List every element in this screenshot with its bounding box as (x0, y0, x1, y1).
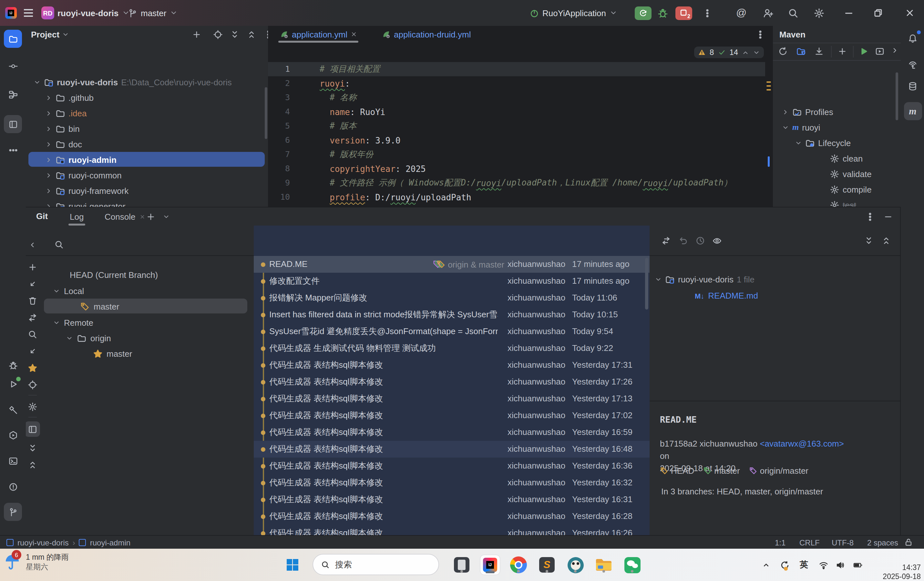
notifications-button[interactable] (904, 29, 922, 47)
maven-execute-goal-button[interactable] (875, 46, 884, 56)
structure-tool-button[interactable] (4, 85, 22, 103)
maven-goal-compile[interactable]: compile (830, 182, 872, 197)
project-tool-button[interactable] (4, 30, 22, 48)
tray-sync-icon[interactable] (777, 549, 792, 581)
commit-row[interactable]: 代码生成器 表结构sql脚本修改xichuanwushaoYesterday 1… (254, 391, 650, 407)
tray-clock[interactable]: 14:37 2025-09-18 (870, 549, 924, 581)
commit-row[interactable]: 代码生成器 表结构sql脚本修改xichuanwushaoYesterday 1… (254, 374, 650, 391)
window-restore-button[interactable] (873, 8, 883, 18)
taskbar-app-idea[interactable]: IJ (480, 555, 500, 574)
error-stripe[interactable] (765, 43, 772, 207)
revert-button[interactable] (679, 236, 688, 246)
tab-console[interactable]: Console (102, 207, 148, 225)
commit-row[interactable]: 代码生成器 表结构sql脚本修改xichuanwushaoYesterday 1… (254, 424, 650, 441)
window-minimize-button[interactable] (843, 7, 854, 18)
tray-show-hidden-icons[interactable] (759, 549, 772, 581)
maven-refresh-button[interactable] (778, 46, 788, 56)
settings-button[interactable] (813, 7, 825, 18)
rerun-button[interactable] (635, 6, 652, 20)
taskbar-app-media[interactable] (566, 555, 585, 574)
debug-tool-button[interactable] (4, 356, 22, 374)
search-branches-button[interactable] (26, 326, 40, 342)
maven-download-sources-button[interactable] (814, 46, 824, 56)
taskbar-app-files[interactable] (452, 555, 471, 574)
search-icon[interactable] (54, 240, 64, 250)
caret-position-widget[interactable]: 1:1 (775, 538, 785, 547)
branch-row-master-remote[interactable]: master (39, 346, 254, 361)
checkout-button[interactable] (26, 276, 40, 291)
code-with-me-button[interactable] (762, 7, 774, 18)
branch-settings-button[interactable] (26, 399, 40, 414)
navigate-to-current-button[interactable] (26, 377, 40, 392)
maven-run-button[interactable] (859, 46, 868, 56)
main-menu-button[interactable] (23, 0, 34, 26)
close-tab-icon[interactable] (351, 31, 357, 38)
build-tool-button[interactable] (4, 401, 22, 419)
window-close-button[interactable] (905, 8, 915, 18)
maven-scrollbar[interactable] (896, 72, 898, 120)
maven-goal-validate[interactable]: validate (830, 167, 872, 181)
locate-file-button[interactable] (213, 30, 223, 39)
expand-all-button[interactable] (26, 440, 40, 456)
weather-widget[interactable]: 6 1 mm 的降雨 星期六 (4, 553, 69, 572)
more-tool-windows-button[interactable] (4, 141, 22, 159)
readonly-lock-icon[interactable] (904, 538, 913, 547)
tree-item-doc[interactable]: doc (26, 136, 268, 152)
maven-lifecycle-row[interactable]: Lifecycle (795, 136, 851, 150)
commit-row[interactable]: 代码生成器 表结构sql脚本修改xichuanwushaoYesterday 1… (254, 407, 650, 424)
collapse-all-button[interactable] (247, 30, 256, 39)
history-button[interactable] (695, 236, 705, 246)
commit-row[interactable]: 代码生成器 表结构sql脚本修改xichuanwushaoYesterday 1… (254, 458, 650, 474)
branch-group-origin[interactable]: origin (39, 330, 254, 346)
expand-all-button[interactable] (864, 236, 874, 246)
branch-row-master-local[interactable]: master (39, 299, 254, 314)
tray-ime-indicator[interactable]: 英 (797, 549, 810, 581)
fetch-button[interactable] (26, 343, 40, 359)
tab-log[interactable]: Log (66, 207, 87, 225)
indent-widget[interactable]: 2 spaces (867, 538, 898, 547)
branch-row-head[interactable]: HEAD (Current Branch) (39, 267, 254, 282)
commit-row[interactable]: 代码生成器 生成测试代码 物料管理 测试成功xichuanwushaoToday… (254, 340, 650, 357)
taskbar-app-wechat[interactable] (622, 555, 642, 574)
commit-row[interactable]: 修改配置文件xichuanwushao17 minutes ago (254, 273, 650, 290)
collapse-all-button[interactable] (881, 236, 891, 246)
bookmarks-tool-button[interactable] (4, 115, 22, 133)
hide-git-panel-button[interactable] (883, 212, 893, 222)
tree-item-github[interactable]: .github (26, 90, 268, 105)
maven-reload-button[interactable] (796, 46, 806, 56)
stop-button[interactable]: 2 (675, 6, 692, 20)
maven-goal-clean[interactable]: clean (830, 151, 863, 166)
maven-tool-button[interactable]: m (904, 102, 922, 120)
taskbar-app-chrome[interactable] (509, 555, 528, 574)
delete-branch-button[interactable] (26, 293, 40, 308)
maven-goal-test[interactable]: test (830, 198, 856, 207)
commit-row[interactable]: 报错解决 Mapper问题修改xichuanwushaoToday 11:06 (254, 290, 650, 306)
encoding-widget[interactable]: UTF-8 (832, 538, 854, 547)
collapse-branches-button[interactable] (26, 237, 40, 253)
group-by-directory-button[interactable] (26, 421, 40, 437)
commit-author-email[interactable]: <avatarwx@163.com> (760, 439, 844, 449)
search-everywhere-button[interactable] (788, 7, 799, 18)
tab-options-button[interactable] (756, 30, 765, 40)
compare-branches-button[interactable] (26, 310, 40, 325)
changed-file-row[interactable]: M↓ README.md (695, 291, 758, 301)
terminal-tool-button[interactable] (4, 452, 22, 470)
close-tab-icon[interactable] (139, 214, 145, 219)
tree-item-bin[interactable]: bin (26, 121, 268, 136)
prev-problem-button[interactable] (742, 49, 749, 56)
start-button[interactable] (283, 555, 302, 574)
commit-tool-button[interactable] (4, 57, 22, 75)
collapse-all-button[interactable] (26, 457, 40, 472)
code-editor[interactable]: 1# 项目相关配置2ruoyi:3 # 名称4 name: RuoYi5 # 版… (268, 43, 765, 207)
add-button[interactable] (192, 30, 201, 39)
next-problem-button[interactable] (753, 49, 760, 56)
breadcrumb[interactable]: ruoyi-vue-doris › ruoyi-admin (7, 538, 130, 547)
taskbar-app-explorer[interactable] (594, 555, 614, 574)
view-options-button[interactable] (712, 236, 722, 246)
ai-chat-tool-button[interactable] (904, 56, 922, 74)
line-ending-widget[interactable]: CRLF (799, 538, 820, 547)
git-tool-button[interactable] (4, 503, 22, 521)
taskbar-app-s[interactable]: S (537, 555, 557, 574)
project-widget[interactable]: RD ruoyi-vue-doris (41, 0, 129, 26)
tree-item-ruoyi-common[interactable]: ruoyi-common (26, 167, 268, 183)
